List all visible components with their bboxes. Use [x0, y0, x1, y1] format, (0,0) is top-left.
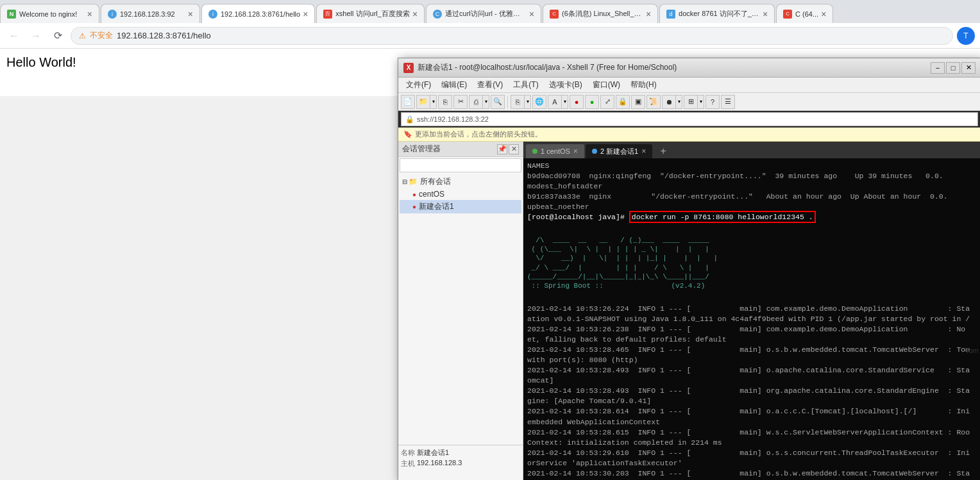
toolbar-terminal[interactable]: ▣: [631, 95, 645, 109]
toolbar-layout[interactable]: ⊞: [684, 95, 698, 109]
session-search-input[interactable]: [400, 158, 521, 172]
toolbar-new[interactable]: 📄: [401, 95, 415, 109]
profile-button[interactable]: T: [957, 27, 975, 45]
tab-close-8[interactable]: ×: [821, 9, 826, 19]
terminal-log-2b: et, falling back to default profiles: de…: [527, 335, 977, 345]
toolbar-help[interactable]: ?: [705, 95, 720, 109]
terminal-line-names: NAMES: [527, 161, 977, 171]
menu-view[interactable]: 查看(V): [472, 78, 508, 92]
tree-root-item[interactable]: ⊟ 📁 所有会话: [400, 175, 521, 188]
terminal-tab-strip: 1 centOS × 2 新建会话1 × +: [523, 142, 980, 158]
session-pin-button[interactable]: 📌: [497, 144, 507, 154]
centos-label: centOS: [419, 190, 444, 199]
session-panel-buttons: 📌 ✕: [497, 144, 519, 154]
browser-tab-6[interactable]: C (6条消息) Linux_Shell_curl... ×: [543, 4, 658, 23]
toolbar-open[interactable]: 📁: [416, 95, 430, 109]
not-secure-label: 不安全: [90, 30, 113, 41]
browser-tab-5[interactable]: C 通过curl访问url - 优雅的护... ×: [426, 4, 541, 23]
browser-tab-2[interactable]: i 192.168.128.3:92 ×: [101, 4, 200, 23]
tom-label: Tom: [965, 347, 979, 354]
notice-icon: 🔖: [403, 130, 412, 138]
session-search-area: [400, 158, 521, 172]
toolbar-connect-dropdown[interactable]: ▾: [525, 95, 531, 109]
toolbar-paste-dropdown[interactable]: ▾: [483, 95, 489, 109]
terminal-log-5b: gine: [Apache Tomcat/9.0.41]: [527, 396, 977, 406]
xshell-window-buttons: − □ ✕: [931, 62, 976, 74]
menu-help[interactable]: 帮助(H): [625, 78, 662, 92]
session-host-value: 192.168.128.3: [417, 459, 462, 468]
tab-close-5[interactable]: ×: [529, 9, 534, 19]
session-panel-header: 会话管理器 📌 ✕: [398, 142, 523, 157]
xshell-window: X 新建会话1 - root@localhost:/usr/local/java…: [398, 58, 980, 480]
terminal-tab-centos[interactable]: 1 centOS ×: [526, 144, 584, 158]
toolbar-misc[interactable]: ☰: [721, 95, 735, 109]
address-bar[interactable]: ⚠ 不安全 192.168.128.3:8761/hello: [71, 27, 953, 45]
browser-tab-1[interactable]: N Welcome to nginx! ×: [0, 4, 99, 23]
tab-close-6[interactable]: ×: [646, 9, 651, 19]
toolbar-cut[interactable]: ✂: [453, 95, 468, 109]
toolbar-record-dropdown[interactable]: ▾: [676, 95, 682, 109]
notice-text: 更添加当前会话，点击左侧的箭头按钮。: [415, 129, 542, 139]
new-session-icon: ●: [412, 203, 416, 210]
toolbar-expand[interactable]: ⤢: [600, 95, 614, 109]
tab-centos-close[interactable]: ×: [573, 147, 578, 156]
toolbar-find[interactable]: 🔍: [491, 95, 505, 109]
tab-close-2[interactable]: ×: [188, 9, 193, 19]
toolbar-open-dropdown[interactable]: ▾: [430, 95, 437, 109]
browser-tab-4[interactable]: 百 xshell 访问url_百度搜索 ×: [316, 4, 425, 23]
terminal-log-6: 2021-02-14 10:53:28.614 INFO 1 --- [ mai…: [527, 406, 977, 417]
toolbar-layout-dropdown[interactable]: ▾: [698, 95, 704, 109]
tab-close-1[interactable]: ×: [87, 9, 92, 19]
tab-title-7: docker 8761 访问不了_百...: [679, 9, 760, 19]
maximize-button[interactable]: □: [946, 62, 960, 74]
tab-add-button[interactable]: +: [656, 144, 670, 158]
tab-new-session-close[interactable]: ×: [641, 147, 646, 156]
menu-window[interactable]: 窗口(W): [587, 78, 625, 92]
back-button[interactable]: ←: [5, 27, 23, 45]
toolbar-script[interactable]: 📜: [646, 95, 661, 109]
toolbar-font-dropdown[interactable]: ▾: [562, 95, 568, 109]
lock-icon: ⚠: [79, 31, 86, 40]
menu-file[interactable]: 文件(F): [401, 78, 436, 92]
session-panel-title: 会话管理器: [402, 144, 497, 154]
tab-title-2: 192.168.128.3:92: [120, 10, 185, 18]
terminal[interactable]: NAMES b9d9acd09708 nginx:qingfeng "/dock…: [523, 158, 980, 480]
session-bottom-info: 名称 新建会话1 主机 192.168.128.3: [398, 445, 523, 480]
tab-close-7[interactable]: ×: [763, 9, 768, 19]
tab-close-3[interactable]: ×: [303, 9, 308, 19]
browser-tab-7[interactable]: d docker 8761 访问不了_百... ×: [659, 4, 775, 23]
xshell-title: 新建会话1 - root@localhost:/usr/local/java -…: [418, 62, 931, 73]
toolbar-lock[interactable]: 🔒: [616, 95, 630, 109]
terminal-log-1b: ation v0.0.1-SNAPSHOT using Java 1.8.0_1…: [527, 314, 977, 324]
toolbar-red-icon[interactable]: ●: [570, 95, 584, 109]
browser-tab-8[interactable]: C C (64... ×: [776, 4, 833, 23]
toolbar-connect[interactable]: ⎘: [511, 95, 525, 109]
tree-centos-item[interactable]: ● centOS: [400, 188, 521, 200]
terminal-log-4b: omcat]: [527, 376, 977, 386]
tab-centos-label: 1 centOS: [541, 147, 570, 155]
toolbar-font[interactable]: A: [548, 95, 562, 109]
xshell-address-bar: 🔒 ssh://192.168.128.3:22: [401, 112, 978, 126]
toolbar-paste[interactable]: ⎙: [469, 95, 483, 109]
toolbar-record[interactable]: ⏺: [662, 95, 676, 109]
menu-tools[interactable]: 工具(T): [508, 78, 543, 92]
xshell-toolbar: 📄 📁 ▾ ⎘ ✂ ⎙ ▾ 🔍 ⎘ ▾ 🌐 A ▾ ● ● ⤢ 🔒 ▣ 📜 ⏺ …: [398, 93, 980, 111]
menu-tabs[interactable]: 选项卡(B): [544, 78, 587, 92]
close-button[interactable]: ✕: [961, 62, 976, 74]
toolbar-copy[interactable]: ⎘: [438, 95, 452, 109]
minimize-button[interactable]: −: [931, 62, 945, 74]
toolbar-globe[interactable]: 🌐: [532, 95, 546, 109]
terminal-tab-new-session[interactable]: 2 新建会话1 ×: [586, 144, 652, 158]
terminal-log-9: 2021-02-14 10:53:30.203 INFO 1 --- [ mai…: [527, 468, 977, 479]
session-close-button[interactable]: ✕: [509, 144, 519, 154]
tab-title-6: (6条消息) Linux_Shell_curl...: [562, 9, 643, 19]
forward-button[interactable]: →: [27, 27, 45, 45]
toolbar-green-icon[interactable]: ●: [585, 95, 599, 109]
nav-bar: ← → ⟳ ⚠ 不安全 192.168.128.3:8761/hello T: [0, 23, 980, 49]
tree-new-session-item[interactable]: ● 新建会话1: [400, 200, 521, 213]
tab-close-4[interactable]: ×: [412, 9, 418, 19]
refresh-button[interactable]: ⟳: [49, 27, 67, 45]
menu-edit[interactable]: 编辑(E): [436, 78, 472, 92]
terminal-log-8: 2021-02-14 10:53:29.610 INFO 1 --- [ mai…: [527, 448, 977, 458]
browser-tab-3[interactable]: i 192.168.128.3:8761/hello ×: [201, 4, 315, 23]
